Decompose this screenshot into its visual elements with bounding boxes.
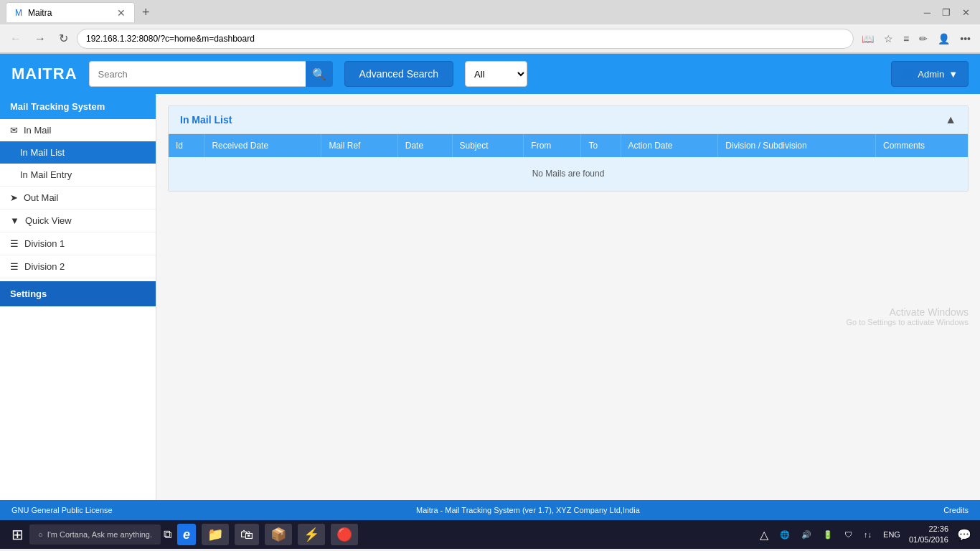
in-mail-icon: ✉ [10,125,18,136]
in-mail-list-card: In Mail List ▲ Id Received Date Mail Ref… [168,105,969,192]
web-note-icon[interactable]: ✏ [915,30,931,47]
hub-icon[interactable]: ≡ [900,30,913,47]
tray-battery-icon[interactable]: 🔋 [820,529,836,541]
filter-select[interactable]: All In Mail Out Mail [465,61,527,87]
sidebar-item-label-division-1: Division 1 [24,238,65,249]
sidebar-item-label-division-2: Division 2 [24,261,65,272]
back-button[interactable]: ← [6,29,26,48]
tray-language: ENG [880,530,903,539]
taskbar-app-icons: e 📁 🛍 📦 ⚡ 🔴 [177,524,358,545]
card-collapse-button[interactable]: ▲ [945,113,956,126]
table-body: No Mails are found [169,157,968,191]
cortana-icon: ○ [38,530,43,539]
share-icon[interactable]: 👤 [934,30,953,47]
forward-button[interactable]: → [30,29,50,48]
col-from: From [524,134,581,157]
col-id: Id [169,134,204,157]
out-mail-icon: ➤ [10,192,18,203]
main-content: In Mail List ▲ Id Received Date Mail Ref… [156,94,980,500]
sidebar-item-label-quick-view: Quick View [25,215,72,226]
user-label: Admin [918,69,944,80]
col-mail-ref: Mail Ref [321,134,397,157]
taskbar-clock[interactable]: 22:36 01/05/2016 [909,524,948,546]
sidebar-divider-5 [0,278,156,278]
sidebar-item-label-in-mail: In Mail [24,125,51,136]
quick-view-icon: ▼ [10,215,19,226]
address-bar[interactable] [77,29,854,49]
more-icon[interactable]: ••• [956,30,974,47]
col-received-date: Received Date [204,134,321,157]
col-action-date: Action Date [621,134,718,157]
close-button[interactable]: ✕ [958,4,974,21]
col-division-subdivision: Division / Subdivision [718,134,876,157]
clock-date: 01/05/2016 [909,534,948,545]
taskbar-system-tray: △ 🌐 🔊 🔋 🛡 ↑↓ ENG 22:36 01/05/2016 💬 [757,524,974,546]
search-icon: 🔍 [312,67,326,81]
table-wrapper: Id Received Date Mail Ref Date Subject F… [169,134,968,191]
search-input[interactable] [89,61,306,87]
sidebar-item-in-mail-entry[interactable]: In Mail Entry [0,164,156,186]
sidebar-item-division-2[interactable]: ☰ Division 2 [0,255,156,278]
tray-antivirus-icon[interactable]: 🛡 [842,529,855,540]
sidebar-settings-button[interactable]: Settings [0,281,156,306]
table-header-row: Id Received Date Mail Ref Date Subject F… [169,134,968,157]
taskbar-app-filezilla[interactable]: ⚡ [298,524,325,545]
sidebar-item-label-out-mail: Out Mail [24,192,58,203]
sidebar-section-header: Mail Tracking System [0,94,156,119]
no-mails-row: No Mails are found [169,157,968,191]
app-logo: MAITRA [11,65,77,83]
start-button[interactable]: ⊞ [6,526,29,543]
in-mail-table: Id Received Date Mail Ref Date Subject F… [169,134,968,191]
tab-close-button[interactable]: ✕ [117,7,126,19]
restore-button[interactable]: ❐ [938,4,955,21]
browser-chrome: M Maitra ✕ + ─ ❐ ✕ ← → ↻ 📖 ☆ ≡ ✏ 👤 ••• [0,0,980,54]
browser-tab-bar: M Maitra ✕ + ─ ❐ ✕ [0,0,980,24]
browser-toolbar: ← → ↻ 📖 ☆ ≡ ✏ 👤 ••• [0,24,980,53]
favorites-icon[interactable]: ☆ [880,30,897,47]
table-header: Id Received Date Mail Ref Date Subject F… [169,134,968,157]
in-mail-list-label: In Mail List [20,147,65,158]
activate-windows-watermark: Activate Windows Go to Settings to activ… [598,306,969,326]
sidebar-item-out-mail[interactable]: ➤ Out Mail [0,187,156,209]
sidebar-item-quick-view[interactable]: ▼ Quick View [0,209,156,232]
sidebar: Mail Tracking System ✉ In Mail In Mail L… [0,94,156,500]
active-tab[interactable]: M Maitra ✕ [6,2,135,22]
taskbar-app-pkg[interactable]: 📦 [265,524,292,545]
in-mail-entry-label: In Mail Entry [20,169,72,180]
reload-button[interactable]: ↻ [55,29,72,48]
tray-expand-icon[interactable]: △ [757,527,771,543]
advanced-search-button[interactable]: Advanced Search [344,61,454,87]
app-footer: GNU General Public License Maitra - Mail… [0,500,980,520]
taskbar-app-store[interactable]: 🛍 [235,524,259,545]
taskbar-app-chrome[interactable]: 🔴 [331,524,358,545]
notifications-icon[interactable]: 💬 [954,527,974,543]
sidebar-item-in-mail[interactable]: ✉ In Mail [0,119,156,141]
user-menu-button[interactable]: 👤 Admin ▼ [891,61,969,87]
app-body: Mail Tracking System ✉ In Mail In Mail L… [0,94,980,500]
taskbar-app-edge[interactable]: e [177,524,196,545]
browser-toolbar-icons: 📖 ☆ ≡ ✏ 👤 ••• [858,30,974,47]
footer-license: GNU General Public License [11,506,113,514]
col-comments: Comments [876,134,968,157]
sidebar-item-in-mail-list[interactable]: In Mail List [0,141,156,164]
division-1-icon: ☰ [10,238,19,249]
division-2-icon: ☰ [10,261,19,272]
taskbar: ⊞ ○ I'm Cortana, Ask me anything. ⧉ e 📁 … [0,520,980,549]
sidebar-item-division-1[interactable]: ☰ Division 1 [0,232,156,255]
tray-volume-icon[interactable]: 🔊 [798,529,814,541]
tab-title: Maitra [28,8,52,18]
footer-app-info: Maitra - Mail Tracking System (ver 1.7),… [416,506,640,514]
tab-favicon: M [15,8,22,18]
cortana-search[interactable]: ○ I'm Cortana, Ask me anything. [29,524,161,545]
clock-time: 22:36 [909,524,948,534]
new-tab-button[interactable]: + [138,5,154,20]
app-header: MAITRA 🔍 Advanced Search All In Mail Out… [0,54,980,94]
task-view-button[interactable]: ⧉ [161,527,174,542]
reading-view-icon[interactable]: 📖 [858,30,877,47]
col-date: Date [397,134,452,157]
tray-sync-icon[interactable]: ↑↓ [861,529,875,540]
search-button[interactable]: 🔍 [306,61,333,87]
taskbar-app-explorer[interactable]: 📁 [202,524,229,545]
minimize-button[interactable]: ─ [920,4,935,21]
tray-network-icon[interactable]: 🌐 [777,529,793,541]
